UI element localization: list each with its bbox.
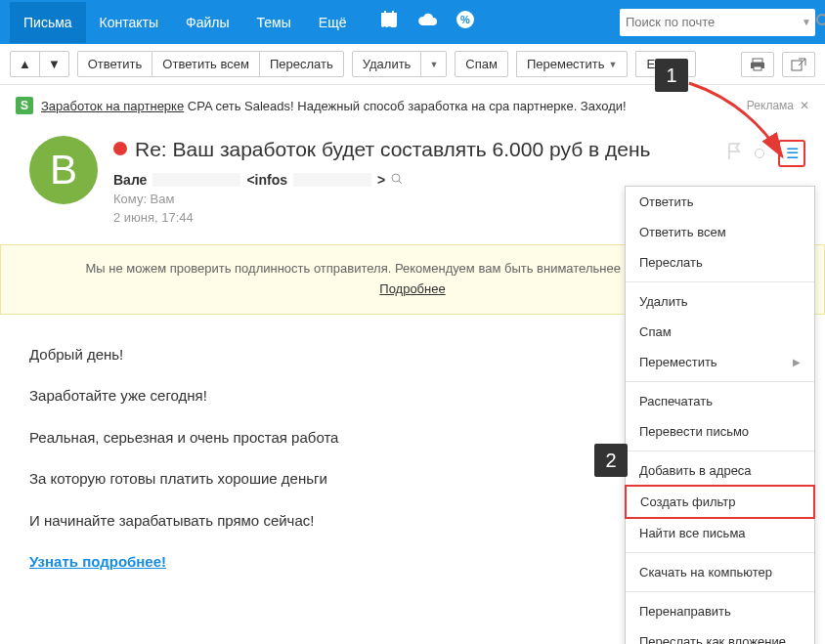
menu-find-all[interactable]: Найти все письма: [626, 518, 814, 548]
learn-more-link[interactable]: Узнать подробнее!: [29, 553, 166, 570]
promo-badge-icon: S: [16, 97, 33, 114]
percent-icon[interactable]: %: [456, 10, 475, 34]
reply-button[interactable]: Ответить: [77, 51, 153, 77]
calendar-day: 18: [382, 24, 391, 33]
warning-more-link[interactable]: Подробнее: [379, 281, 445, 296]
ad-label: Реклама✕: [747, 99, 809, 112]
message-actions: ☰: [727, 140, 805, 167]
subject-text: Re: Ваш заработок будет составлять 6.000…: [135, 136, 651, 162]
nav-files[interactable]: Файлы: [172, 2, 242, 43]
subject-line: Re: Ваш заработок будет составлять 6.000…: [113, 136, 805, 162]
nav-contacts[interactable]: Контакты: [86, 2, 172, 43]
flag-icon[interactable]: [727, 143, 741, 165]
delete-button[interactable]: Удалить: [352, 51, 422, 77]
menu-move[interactable]: Переместить▶: [626, 347, 814, 377]
read-toggle-icon[interactable]: [755, 149, 764, 158]
spam-button[interactable]: Спам: [455, 51, 508, 77]
menu-translate[interactable]: Перевести письмо: [626, 416, 814, 447]
menu-redirect[interactable]: Перенаправить: [626, 596, 814, 626]
menu-forward[interactable]: Переслать: [626, 247, 814, 278]
message-menu-button[interactable]: ☰: [778, 140, 805, 167]
menu-print[interactable]: Распечатать: [626, 386, 814, 416]
calendar-icon[interactable]: 18: [379, 10, 399, 34]
svg-rect-10: [754, 66, 761, 70]
prev-button[interactable]: ▲: [10, 51, 40, 77]
annotation-2: 2: [594, 444, 628, 477]
nav-more[interactable]: Ещё: [305, 2, 361, 43]
search-icon[interactable]: [815, 13, 825, 31]
svg-text:%: %: [461, 14, 471, 25]
delete-dropdown[interactable]: ▼: [420, 51, 447, 77]
nav-themes[interactable]: Темы: [243, 2, 305, 43]
next-button[interactable]: ▼: [39, 51, 69, 77]
menu-create-filter[interactable]: Создать фильтр: [625, 485, 815, 519]
promo-link[interactable]: Заработок на партнерке: [41, 99, 184, 113]
svg-point-12: [392, 174, 400, 182]
close-ad-icon[interactable]: ✕: [800, 99, 809, 112]
lookup-sender-icon[interactable]: [391, 173, 403, 188]
message-toolbar: ▲ ▼ Ответить Ответить всем Переслать Уда…: [0, 44, 825, 85]
top-navigation: Письма Контакты Файлы Темы Ещё 18 % ▼: [0, 0, 825, 44]
promo-bar: S Заработок на партнерке CPA сеть Salead…: [0, 85, 825, 126]
menu-forward-attach[interactable]: Переслать как вложение: [626, 626, 814, 644]
cloud-icon[interactable]: [416, 12, 438, 32]
svg-line-13: [399, 181, 402, 184]
menu-spam[interactable]: Спам: [626, 317, 814, 347]
annotation-1: 1: [655, 59, 688, 92]
avatar: В: [29, 136, 98, 204]
popout-icon[interactable]: [782, 52, 815, 77]
svg-rect-11: [792, 61, 802, 70]
forward-button[interactable]: Переслать: [259, 51, 344, 77]
svg-rect-2: [384, 11, 386, 15]
svg-rect-8: [753, 59, 762, 63]
reply-all-button[interactable]: Ответить всем: [152, 51, 260, 77]
menu-reply[interactable]: Ответить: [626, 187, 814, 217]
menu-delete[interactable]: Удалить: [626, 286, 814, 317]
top-icons: 18 %: [379, 10, 475, 34]
unread-dot-icon: [113, 142, 127, 155]
search-input[interactable]: [626, 15, 790, 29]
menu-reply-all[interactable]: Ответить всем: [626, 217, 814, 247]
svg-rect-3: [392, 11, 394, 15]
promo-text: Заработок на партнерке CPA сеть Saleads!…: [41, 99, 627, 113]
context-menu: Ответить Ответить всем Переслать Удалить…: [625, 186, 815, 644]
nav-mail[interactable]: Письма: [10, 2, 86, 43]
search-box[interactable]: ▼: [620, 9, 815, 36]
svg-point-6: [817, 15, 825, 24]
print-icon[interactable]: [741, 52, 774, 77]
svg-rect-1: [381, 13, 397, 17]
menu-download[interactable]: Скачать на компьютер: [626, 557, 814, 587]
search-dropdown-icon[interactable]: ▼: [802, 17, 811, 27]
menu-add-contact[interactable]: Добавить в адреса: [626, 455, 814, 486]
nav-links: Письма Контакты Файлы Темы Ещё: [10, 2, 360, 43]
move-button[interactable]: Переместить ▼: [516, 51, 629, 77]
